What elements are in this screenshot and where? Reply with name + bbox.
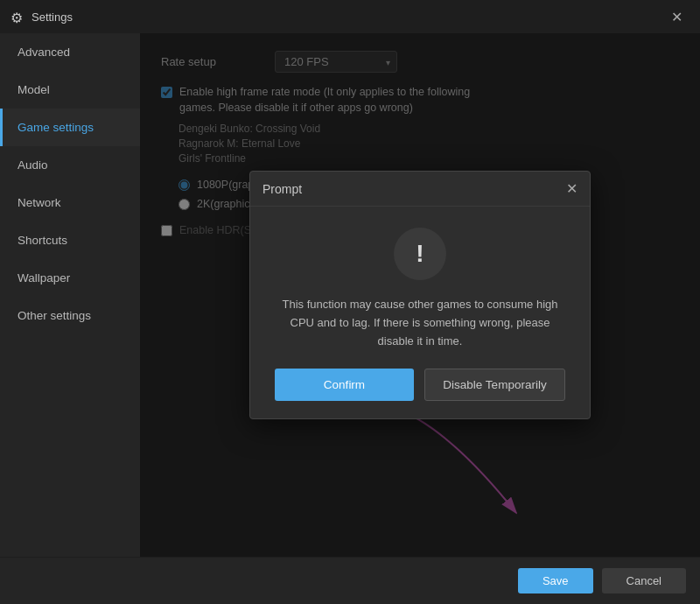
prompt-close-button[interactable]: ✕	[566, 180, 578, 197]
confirm-button[interactable]: Confirm	[275, 369, 414, 401]
prompt-body: ! This function may cause other games to…	[250, 207, 590, 368]
content-area: Rate setup 120 FPS 60 FPS 30 FPS ▾ Enabl…	[140, 33, 700, 557]
modal-overlay: Prompt ✕ ! This function may cause other…	[140, 33, 700, 557]
sidebar-item-other-settings[interactable]: Other settings	[0, 297, 140, 334]
window-title: Settings	[32, 11, 663, 24]
prompt-message: This function may cause other games to c…	[280, 296, 560, 350]
sidebar-item-wallpaper[interactable]: Wallpaper	[0, 259, 140, 297]
sidebar-item-game-settings[interactable]: Game settings	[0, 109, 140, 146]
warning-icon: !	[394, 228, 446, 280]
settings-window: ⚙ Settings ✕ Advanced Model Game setting…	[0, 0, 700, 604]
prompt-buttons: Confirm Disable Temporarily	[250, 369, 590, 418]
sidebar-item-audio[interactable]: Audio	[0, 146, 140, 184]
sidebar-item-advanced[interactable]: Advanced	[0, 33, 140, 71]
settings-icon: ⚙	[10, 10, 24, 24]
bottom-bar: Save Cancel	[0, 557, 700, 604]
window-close-button[interactable]: ✕	[663, 4, 690, 30]
save-button[interactable]: Save	[518, 568, 593, 593]
sidebar-item-shortcuts[interactable]: Shortcuts	[0, 221, 140, 259]
sidebar: Advanced Model Game settings Audio Netwo…	[0, 33, 140, 557]
prompt-header: Prompt ✕	[250, 172, 590, 207]
disable-temporarily-button[interactable]: Disable Temporarily	[424, 369, 565, 401]
sidebar-item-model[interactable]: Model	[0, 71, 140, 109]
cancel-button[interactable]: Cancel	[602, 568, 686, 593]
main-content: Advanced Model Game settings Audio Netwo…	[0, 33, 700, 557]
title-bar: ⚙ Settings ✕	[0, 0, 700, 33]
prompt-title: Prompt	[262, 182, 302, 196]
sidebar-item-network[interactable]: Network	[0, 184, 140, 221]
prompt-dialog: Prompt ✕ ! This function may cause other…	[249, 171, 591, 418]
